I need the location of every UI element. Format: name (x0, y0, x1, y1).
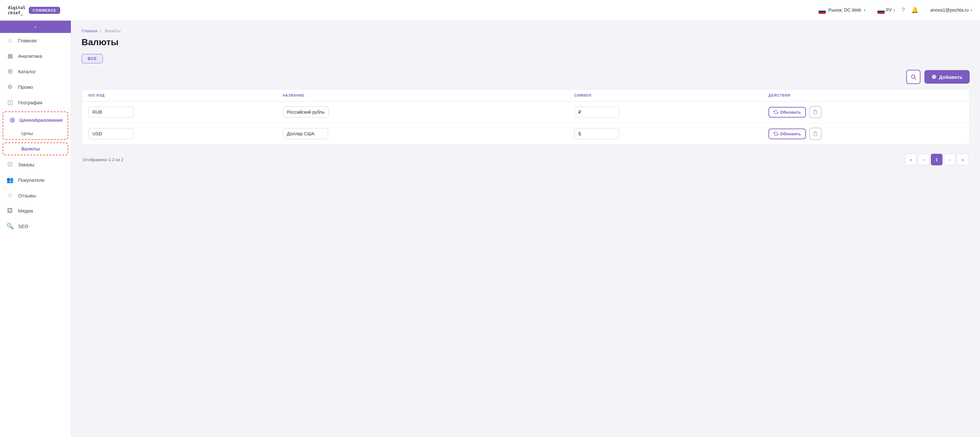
col-name: НАЗВАНИЕ (283, 93, 574, 97)
flag-russia-icon (819, 6, 826, 14)
pagination-next-button[interactable]: › (944, 154, 955, 165)
sidebar-label-reviews: Отзывы (18, 193, 36, 198)
pagination-info: Отображено 1-2 из 2 (83, 157, 123, 162)
sidebar-item-reviews[interactable]: ☆ Отзывы (0, 188, 71, 203)
cell-symbol-usd: $ (574, 128, 768, 139)
iso-code-rub: RUB (88, 106, 134, 117)
orders-icon: ☑ (6, 161, 14, 168)
tab-bar: ВСЕ (81, 54, 970, 63)
analytics-icon: ▦ (6, 52, 14, 59)
sidebar-label-promo: Промо (18, 84, 33, 90)
sidebar-item-prices[interactable]: Цены (3, 128, 68, 139)
pagination-last-button[interactable]: » (957, 154, 968, 165)
sidebar-label-media: Медиа (18, 208, 33, 214)
refresh-rub-button[interactable]: Обновить (768, 107, 806, 117)
refresh-usd-button[interactable]: Обновить (768, 128, 806, 139)
sidebar-item-currencies[interactable]: Валюты (3, 143, 68, 155)
market-selector[interactable]: Рынок: DC Web ▾ (819, 6, 865, 14)
user-menu[interactable]: anova1@pochta.ru ▾ (925, 8, 972, 13)
sidebar-label-seo: SEO (18, 223, 29, 229)
cell-iso-rub: RUB (88, 106, 283, 117)
cell-name-usd: Доллар США (283, 128, 574, 139)
pagination-first-button[interactable]: « (905, 154, 916, 165)
sidebar-item-pricing[interactable]: ◎ Ценообразование (3, 112, 68, 128)
sidebar-label-buyers: Покупатели (18, 177, 44, 183)
add-button-label: Добавить (939, 74, 963, 80)
pagination-controls: « ‹ 1 › » (905, 154, 968, 165)
sidebar-item-catalog[interactable]: ⊞ Каталог (0, 63, 71, 79)
sidebar-label-analytics: Аналитика (18, 53, 42, 59)
breadcrumb-current: Валюты (105, 28, 120, 33)
home-icon: ⌂ (6, 37, 14, 44)
svg-line-1 (915, 78, 916, 79)
table-row: RUB Российский рубль ₽ Обновить (82, 101, 969, 123)
cell-actions-usd: Обновить (768, 128, 963, 140)
search-button[interactable] (906, 70, 921, 84)
pagination-page-1-button[interactable]: 1 (931, 154, 942, 165)
table-header: ISO КОД НАЗВАНИЕ СИМВОЛ ДЕЙСТВИЯ (82, 89, 969, 101)
breadcrumb-home-link[interactable]: Главная (81, 28, 97, 33)
delete-usd-button[interactable] (809, 128, 821, 140)
commerce-badge: COMMERCE (29, 7, 60, 14)
logo-text: digitalchief_ (8, 5, 25, 15)
iso-code-usd: USD (88, 128, 134, 139)
cell-actions-rub: Обновить (768, 106, 963, 118)
sidebar: ‹ ⌂ Главная ▦ Аналитика ⊞ Каталог ⚙ Пром… (0, 21, 71, 437)
sidebar-item-promo[interactable]: ⚙ Промо (0, 79, 71, 95)
lang-label: РУ (886, 8, 892, 13)
sidebar-label-prices: Цены (21, 131, 33, 136)
reviews-icon: ☆ (6, 192, 14, 199)
pricing-icon: ◎ (10, 116, 15, 124)
toolbar: ⊕ Добавить (81, 70, 970, 84)
page-title: Валюты (81, 37, 970, 48)
refresh-usd-label: Обновить (780, 131, 801, 136)
seo-icon: 🔍 (6, 223, 14, 230)
col-iso: ISO КОД (88, 93, 283, 97)
refresh-rub-label: Обновить (780, 110, 801, 115)
header-right: Рынок: DC Web ▾ РУ ▾ ? 🔔 anova1@pochta.r… (819, 6, 972, 14)
cell-iso-usd: USD (88, 128, 283, 139)
sidebar-label-pricing: Ценообразование (19, 117, 63, 123)
cell-name-rub: Российский рубль (283, 106, 574, 117)
geography-icon: ◫ (6, 99, 14, 106)
sidebar-item-seo[interactable]: 🔍 SEO (0, 218, 71, 234)
app-header: digitalchief_ COMMERCE Рынок: DC Web ▾ Р… (0, 0, 980, 21)
tab-all[interactable]: ВСЕ (81, 54, 103, 63)
logo-area: digitalchief_ COMMERCE (8, 5, 72, 15)
delete-rub-button[interactable] (809, 106, 821, 118)
chevron-down-user-icon: ▾ (970, 8, 972, 12)
plus-icon: ⊕ (931, 73, 936, 81)
cell-symbol-rub: ₽ (574, 106, 768, 117)
market-label: Рынок: DC Web (828, 8, 861, 13)
sidebar-item-geography[interactable]: ◫ География (0, 95, 71, 110)
catalog-icon: ⊞ (6, 68, 14, 75)
chevron-down-icon: ▾ (864, 8, 865, 12)
help-button[interactable]: ? (901, 7, 905, 14)
flag-russia-lang-icon (877, 6, 885, 14)
table-row: USD Доллар США $ Обновить (82, 123, 969, 144)
sidebar-item-media[interactable]: 🖼 Медиа (0, 203, 71, 218)
sidebar-label-geography: География (18, 100, 42, 105)
currency-name-rub: Российский рубль (283, 106, 329, 117)
col-actions: ДЕЙСТВИЯ (768, 93, 963, 97)
notifications-button[interactable]: 🔔 (911, 6, 918, 14)
add-button[interactable]: ⊕ Добавить (924, 70, 970, 84)
col-symbol: СИМВОЛ (574, 93, 768, 97)
sidebar-label-catalog: Каталог (18, 69, 36, 74)
pagination-prev-button[interactable]: ‹ (918, 154, 929, 165)
user-email: anova1@pochta.ru (930, 8, 969, 13)
language-selector[interactable]: РУ ▾ (872, 6, 895, 14)
sidebar-item-orders[interactable]: ☑ Заказы (0, 157, 71, 172)
sidebar-item-buyers[interactable]: 👥 Покупатели (0, 172, 71, 188)
sidebar-item-analytics[interactable]: ▦ Аналитика (0, 48, 71, 63)
sidebar-toggle-button[interactable]: ‹ (0, 21, 71, 33)
sidebar-label-currencies: Валюты (21, 146, 40, 152)
breadcrumb-separator: / (100, 28, 101, 33)
sidebar-label-home: Главная (18, 38, 37, 43)
pagination-row: Отображено 1-2 из 2 « ‹ 1 › » (81, 151, 970, 168)
currency-name-usd: Доллар США (283, 128, 328, 139)
currency-symbol-rub: ₽ (574, 106, 619, 117)
promo-icon: ⚙ (6, 83, 14, 90)
sidebar-item-home[interactable]: ⌂ Главная (0, 33, 71, 48)
chevron-down-lang-icon: ▾ (893, 8, 895, 12)
